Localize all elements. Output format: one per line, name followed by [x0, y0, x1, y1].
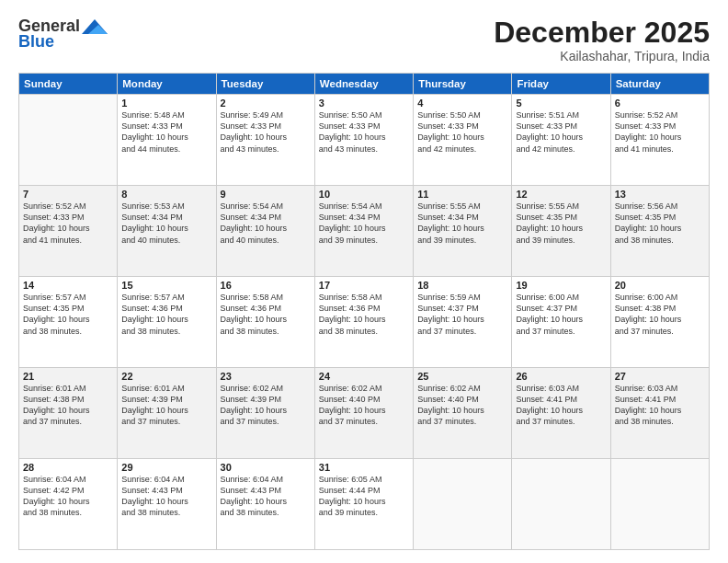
calendar-cell: 10Sunrise: 5:54 AM Sunset: 4:34 PM Dayli…: [314, 186, 413, 277]
day-number: 25: [417, 371, 507, 382]
calendar-cell: [19, 95, 118, 186]
col-header-monday: Monday: [118, 74, 216, 95]
calendar-cell: 30Sunrise: 6:04 AM Sunset: 4:43 PM Dayli…: [216, 459, 314, 550]
calendar-cell: 18Sunrise: 5:59 AM Sunset: 4:37 PM Dayli…: [414, 277, 512, 368]
day-info: Sunrise: 5:58 AM Sunset: 4:36 PM Dayligh…: [319, 292, 409, 337]
day-number: 4: [417, 98, 507, 109]
calendar-cell: 7Sunrise: 5:52 AM Sunset: 4:33 PM Daylig…: [19, 186, 118, 277]
day-info: Sunrise: 6:02 AM Sunset: 4:40 PM Dayligh…: [319, 383, 409, 428]
calendar-cell: 2Sunrise: 5:49 AM Sunset: 4:33 PM Daylig…: [216, 95, 314, 186]
calendar-cell: 11Sunrise: 5:55 AM Sunset: 4:34 PM Dayli…: [414, 186, 512, 277]
calendar-cell: 17Sunrise: 5:58 AM Sunset: 4:36 PM Dayli…: [314, 277, 413, 368]
day-info: Sunrise: 5:55 AM Sunset: 4:34 PM Dayligh…: [417, 201, 507, 246]
title-block: December 2025 Kailashahar, Tripura, Indi…: [494, 17, 710, 63]
calendar-cell: 14Sunrise: 5:57 AM Sunset: 4:35 PM Dayli…: [19, 277, 118, 368]
day-number: 28: [23, 462, 113, 473]
day-info: Sunrise: 5:52 AM Sunset: 4:33 PM Dayligh…: [23, 201, 113, 246]
calendar-cell: 22Sunrise: 6:01 AM Sunset: 4:39 PM Dayli…: [118, 368, 216, 459]
day-info: Sunrise: 6:03 AM Sunset: 4:41 PM Dayligh…: [516, 383, 606, 428]
calendar-cell: [512, 459, 610, 550]
col-header-friday: Friday: [512, 74, 610, 95]
day-number: 15: [121, 280, 211, 291]
logo-icon: [82, 17, 108, 36]
calendar-cell: [414, 459, 512, 550]
day-number: 20: [615, 280, 705, 291]
calendar-cell: 15Sunrise: 5:57 AM Sunset: 4:36 PM Dayli…: [118, 277, 216, 368]
logo: General Blue: [18, 17, 108, 52]
calendar-cell: 8Sunrise: 5:53 AM Sunset: 4:34 PM Daylig…: [118, 186, 216, 277]
day-info: Sunrise: 6:04 AM Sunset: 4:43 PM Dayligh…: [221, 474, 311, 519]
calendar-cell: 27Sunrise: 6:03 AM Sunset: 4:41 PM Dayli…: [610, 368, 709, 459]
calendar-cell: 3Sunrise: 5:50 AM Sunset: 4:33 PM Daylig…: [314, 95, 413, 186]
day-info: Sunrise: 5:54 AM Sunset: 4:34 PM Dayligh…: [319, 201, 409, 246]
calendar-cell: [610, 459, 709, 550]
calendar-cell: 1Sunrise: 5:48 AM Sunset: 4:33 PM Daylig…: [118, 95, 216, 186]
week-row-3: 14Sunrise: 5:57 AM Sunset: 4:35 PM Dayli…: [19, 277, 710, 368]
day-number: 19: [516, 280, 606, 291]
day-info: Sunrise: 5:51 AM Sunset: 4:33 PM Dayligh…: [516, 109, 606, 155]
day-info: Sunrise: 5:55 AM Sunset: 4:35 PM Dayligh…: [516, 201, 606, 246]
calendar-cell: 31Sunrise: 6:05 AM Sunset: 4:44 PM Dayli…: [314, 459, 413, 550]
day-number: 31: [319, 462, 409, 473]
day-number: 6: [615, 98, 705, 109]
calendar-cell: 5Sunrise: 5:51 AM Sunset: 4:33 PM Daylig…: [512, 95, 610, 186]
calendar-cell: 9Sunrise: 5:54 AM Sunset: 4:34 PM Daylig…: [216, 186, 314, 277]
calendar-cell: 12Sunrise: 5:55 AM Sunset: 4:35 PM Dayli…: [512, 186, 610, 277]
day-info: Sunrise: 6:05 AM Sunset: 4:44 PM Dayligh…: [319, 474, 409, 519]
day-number: 26: [516, 371, 606, 382]
calendar-cell: 24Sunrise: 6:02 AM Sunset: 4:40 PM Dayli…: [314, 368, 413, 459]
day-number: 17: [319, 280, 409, 291]
logo-blue: Blue: [18, 32, 54, 52]
day-info: Sunrise: 6:02 AM Sunset: 4:39 PM Dayligh…: [221, 383, 311, 428]
col-header-saturday: Saturday: [610, 74, 709, 95]
day-info: Sunrise: 5:57 AM Sunset: 4:35 PM Dayligh…: [23, 292, 113, 337]
day-number: 5: [516, 98, 606, 109]
week-row-5: 28Sunrise: 6:04 AM Sunset: 4:42 PM Dayli…: [19, 459, 710, 550]
col-header-tuesday: Tuesday: [216, 74, 314, 95]
day-info: Sunrise: 5:50 AM Sunset: 4:33 PM Dayligh…: [319, 109, 409, 155]
day-number: 8: [121, 189, 211, 200]
day-info: Sunrise: 6:00 AM Sunset: 4:37 PM Dayligh…: [516, 292, 606, 337]
calendar-cell: 28Sunrise: 6:04 AM Sunset: 4:42 PM Dayli…: [19, 459, 118, 550]
day-number: 1: [121, 98, 211, 109]
day-info: Sunrise: 5:57 AM Sunset: 4:36 PM Dayligh…: [121, 292, 211, 337]
day-info: Sunrise: 5:48 AM Sunset: 4:33 PM Dayligh…: [121, 109, 211, 155]
day-info: Sunrise: 6:04 AM Sunset: 4:42 PM Dayligh…: [23, 474, 113, 519]
header-row: SundayMondayTuesdayWednesdayThursdayFrid…: [19, 74, 710, 95]
page: General Blue December 2025 Kailashahar, …: [0, 0, 728, 563]
day-info: Sunrise: 6:01 AM Sunset: 4:39 PM Dayligh…: [121, 383, 211, 428]
week-row-4: 21Sunrise: 6:01 AM Sunset: 4:38 PM Dayli…: [19, 368, 710, 459]
location-subtitle: Kailashahar, Tripura, India: [494, 49, 710, 63]
day-number: 3: [319, 98, 409, 109]
day-number: 24: [319, 371, 409, 382]
calendar-cell: 19Sunrise: 6:00 AM Sunset: 4:37 PM Dayli…: [512, 277, 610, 368]
calendar-cell: 26Sunrise: 6:03 AM Sunset: 4:41 PM Dayli…: [512, 368, 610, 459]
day-number: 13: [615, 189, 705, 200]
col-header-sunday: Sunday: [19, 74, 118, 95]
calendar-cell: 20Sunrise: 6:00 AM Sunset: 4:38 PM Dayli…: [610, 277, 709, 368]
day-info: Sunrise: 5:50 AM Sunset: 4:33 PM Dayligh…: [417, 109, 507, 155]
day-number: 2: [221, 98, 311, 109]
month-title: December 2025: [494, 17, 710, 49]
day-number: 7: [23, 189, 113, 200]
day-number: 22: [121, 371, 211, 382]
day-info: Sunrise: 5:49 AM Sunset: 4:33 PM Dayligh…: [221, 109, 311, 155]
calendar-cell: 13Sunrise: 5:56 AM Sunset: 4:35 PM Dayli…: [610, 186, 709, 277]
calendar-table: SundayMondayTuesdayWednesdayThursdayFrid…: [18, 73, 710, 550]
calendar-cell: 6Sunrise: 5:52 AM Sunset: 4:33 PM Daylig…: [610, 95, 709, 186]
day-info: Sunrise: 5:58 AM Sunset: 4:36 PM Dayligh…: [221, 292, 311, 337]
day-number: 14: [23, 280, 113, 291]
calendar-cell: 29Sunrise: 6:04 AM Sunset: 4:43 PM Dayli…: [118, 459, 216, 550]
calendar-cell: 4Sunrise: 5:50 AM Sunset: 4:33 PM Daylig…: [414, 95, 512, 186]
week-row-2: 7Sunrise: 5:52 AM Sunset: 4:33 PM Daylig…: [19, 186, 710, 277]
day-info: Sunrise: 6:02 AM Sunset: 4:40 PM Dayligh…: [417, 383, 507, 428]
calendar-cell: 21Sunrise: 6:01 AM Sunset: 4:38 PM Dayli…: [19, 368, 118, 459]
day-number: 27: [615, 371, 705, 382]
day-number: 30: [221, 462, 311, 473]
day-info: Sunrise: 5:56 AM Sunset: 4:35 PM Dayligh…: [615, 201, 705, 246]
calendar-cell: 23Sunrise: 6:02 AM Sunset: 4:39 PM Dayli…: [216, 368, 314, 459]
calendar-cell: 25Sunrise: 6:02 AM Sunset: 4:40 PM Dayli…: [414, 368, 512, 459]
day-info: Sunrise: 6:04 AM Sunset: 4:43 PM Dayligh…: [121, 474, 211, 519]
day-info: Sunrise: 5:59 AM Sunset: 4:37 PM Dayligh…: [417, 292, 507, 337]
day-number: 16: [221, 280, 311, 291]
